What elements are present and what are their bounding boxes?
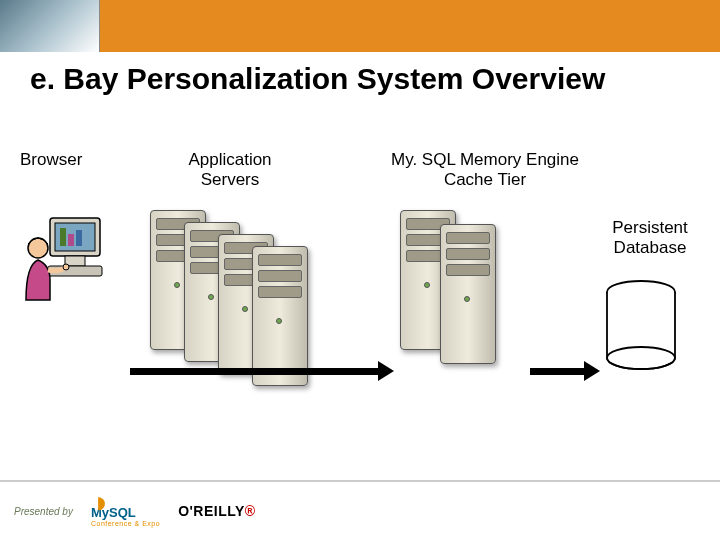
svg-rect-2	[60, 228, 66, 246]
oreilly-mark: ®	[245, 503, 256, 519]
label-app-servers: Application Servers	[165, 150, 295, 190]
svg-point-8	[63, 264, 69, 270]
footer: Presented by ◗ MySQL Conference & Expo O…	[0, 480, 720, 540]
label-browser: Browser	[20, 150, 140, 170]
label-cache-tier: My. SQL Memory Engine Cache Tier	[370, 150, 600, 190]
mysql-logo: ◗ MySQL Conference & Expo	[91, 495, 160, 527]
architecture-diagram: Browser Application Servers My. SQL Memo…	[0, 150, 720, 470]
svg-rect-3	[68, 234, 74, 246]
svg-rect-4	[76, 230, 82, 246]
label-persistent-db: Persistent Database	[595, 218, 705, 258]
database-cylinder-icon	[605, 280, 677, 370]
user-at-computer-icon	[20, 210, 120, 310]
header-bar	[0, 0, 720, 52]
app-server-cluster	[150, 210, 330, 380]
slide-title: e. Bay Personalization System Overview	[30, 62, 605, 95]
flow-arrow-icon	[530, 368, 586, 375]
oreilly-logo-text: O'REILLY	[178, 503, 245, 519]
server-icon	[440, 224, 496, 364]
server-icon	[252, 246, 308, 386]
mysql-logo-sub: Conference & Expo	[91, 520, 160, 527]
cache-server-cluster	[400, 210, 540, 380]
oreilly-logo: O'REILLY®	[178, 503, 256, 519]
dolphin-icon: ◗	[97, 493, 105, 512]
presented-by-label: Presented by	[14, 506, 73, 517]
wave-decor-icon	[0, 0, 100, 52]
flow-arrow-icon	[130, 368, 380, 375]
